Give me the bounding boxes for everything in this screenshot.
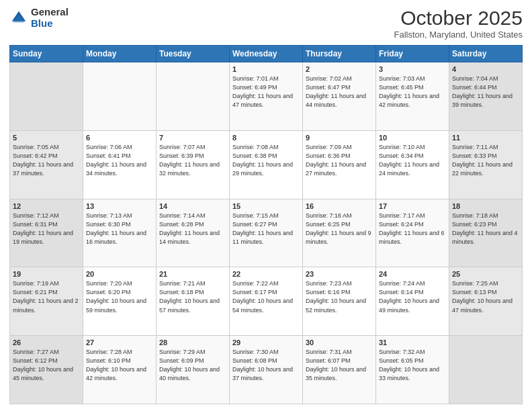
day-info: Sunrise: 7:09 AM Sunset: 6:36 PM Dayligh… <box>306 143 373 178</box>
calendar-header-row: SundayMondayTuesdayWednesdayThursdayFrid… <box>10 46 523 62</box>
day-info: Sunrise: 7:27 AM Sunset: 6:12 PM Dayligh… <box>13 348 80 383</box>
day-number: 15 <box>232 202 300 210</box>
calendar-cell <box>157 62 230 131</box>
day-number: 28 <box>159 338 226 347</box>
logo-general-text: General <box>31 7 69 18</box>
calendar-cell: 24Sunrise: 7:24 AM Sunset: 6:14 PM Dayli… <box>376 267 449 336</box>
day-info: Sunrise: 7:06 AM Sunset: 6:41 PM Dayligh… <box>86 143 153 178</box>
day-number: 10 <box>379 134 446 142</box>
calendar-cell: 29Sunrise: 7:30 AM Sunset: 6:08 PM Dayli… <box>230 336 303 404</box>
day-info: Sunrise: 7:31 AM Sunset: 6:07 PM Dayligh… <box>306 348 373 383</box>
day-number: 4 <box>452 65 519 73</box>
calendar-cell: 21Sunrise: 7:21 AM Sunset: 6:18 PM Dayli… <box>157 267 230 336</box>
calendar-cell <box>10 62 83 131</box>
calendar-week-1: 5Sunrise: 7:05 AM Sunset: 6:42 PM Daylig… <box>10 130 523 199</box>
day-info: Sunrise: 7:01 AM Sunset: 6:49 PM Dayligh… <box>232 75 300 109</box>
day-number: 5 <box>13 134 80 142</box>
day-number: 31 <box>379 338 446 347</box>
day-info: Sunrise: 7:03 AM Sunset: 6:45 PM Dayligh… <box>379 75 446 109</box>
day-number: 23 <box>306 270 373 278</box>
day-number: 8 <box>232 134 300 142</box>
day-number: 12 <box>13 202 80 210</box>
day-info: Sunrise: 7:02 AM Sunset: 6:47 PM Dayligh… <box>306 75 373 109</box>
day-info: Sunrise: 7:30 AM Sunset: 6:08 PM Dayligh… <box>232 348 300 383</box>
day-info: Sunrise: 7:23 AM Sunset: 6:16 PM Dayligh… <box>306 279 373 314</box>
day-info: Sunrise: 7:19 AM Sunset: 6:21 PM Dayligh… <box>13 279 80 314</box>
day-header-thursday: Thursday <box>303 46 376 62</box>
calendar-cell: 17Sunrise: 7:17 AM Sunset: 6:24 PM Dayli… <box>376 199 449 267</box>
day-header-friday: Friday <box>376 46 449 62</box>
day-info: Sunrise: 7:29 AM Sunset: 6:09 PM Dayligh… <box>159 348 226 383</box>
day-number: 27 <box>86 338 153 347</box>
calendar-cell: 14Sunrise: 7:14 AM Sunset: 6:28 PM Dayli… <box>157 199 230 267</box>
calendar-cell: 3Sunrise: 7:03 AM Sunset: 6:45 PM Daylig… <box>376 62 449 131</box>
calendar-cell: 13Sunrise: 7:13 AM Sunset: 6:30 PM Dayli… <box>83 199 157 267</box>
calendar-cell: 23Sunrise: 7:23 AM Sunset: 6:16 PM Dayli… <box>303 267 376 336</box>
day-number: 1 <box>232 65 300 73</box>
day-number: 2 <box>306 65 373 73</box>
day-number: 14 <box>159 202 226 210</box>
calendar-cell: 8Sunrise: 7:08 AM Sunset: 6:38 PM Daylig… <box>230 130 303 199</box>
calendar-cell: 9Sunrise: 7:09 AM Sunset: 6:36 PM Daylig… <box>303 130 376 199</box>
calendar-cell: 18Sunrise: 7:18 AM Sunset: 6:23 PM Dayli… <box>449 199 523 267</box>
day-info: Sunrise: 7:32 AM Sunset: 6:05 PM Dayligh… <box>379 348 446 383</box>
day-info: Sunrise: 7:25 AM Sunset: 6:13 PM Dayligh… <box>452 279 519 314</box>
day-info: Sunrise: 7:05 AM Sunset: 6:42 PM Dayligh… <box>13 143 80 178</box>
day-number: 24 <box>379 270 446 278</box>
logo: General Blue <box>9 7 69 29</box>
day-number: 25 <box>452 270 519 278</box>
location: Fallston, Maryland, United States <box>394 30 523 40</box>
day-info: Sunrise: 7:28 AM Sunset: 6:10 PM Dayligh… <box>86 348 153 383</box>
calendar-cell: 28Sunrise: 7:29 AM Sunset: 6:09 PM Dayli… <box>157 336 230 404</box>
calendar-cell: 22Sunrise: 7:22 AM Sunset: 6:17 PM Dayli… <box>230 267 303 336</box>
calendar-cell: 12Sunrise: 7:12 AM Sunset: 6:31 PM Dayli… <box>10 199 83 267</box>
logo-text: General Blue <box>31 7 69 29</box>
day-header-saturday: Saturday <box>449 46 523 62</box>
logo-icon <box>9 9 28 28</box>
day-number: 6 <box>86 134 153 142</box>
calendar-cell: 26Sunrise: 7:27 AM Sunset: 6:12 PM Dayli… <box>10 336 83 404</box>
header: General Blue October 2025 Fallston, Mary… <box>9 7 523 40</box>
calendar-cell: 19Sunrise: 7:19 AM Sunset: 6:21 PM Dayli… <box>10 267 83 336</box>
day-number: 26 <box>13 338 80 347</box>
day-number: 21 <box>159 270 226 278</box>
day-header-tuesday: Tuesday <box>157 46 230 62</box>
day-number: 20 <box>86 270 153 278</box>
day-header-monday: Monday <box>83 46 157 62</box>
calendar-table: SundayMondayTuesdayWednesdayThursdayFrid… <box>9 45 523 404</box>
day-info: Sunrise: 7:21 AM Sunset: 6:18 PM Dayligh… <box>159 279 226 314</box>
calendar-cell: 16Sunrise: 7:16 AM Sunset: 6:25 PM Dayli… <box>303 199 376 267</box>
day-number: 11 <box>452 134 519 142</box>
day-info: Sunrise: 7:17 AM Sunset: 6:24 PM Dayligh… <box>379 212 446 246</box>
logo-blue-text: Blue <box>31 18 69 30</box>
calendar-cell: 30Sunrise: 7:31 AM Sunset: 6:07 PM Dayli… <box>303 336 376 404</box>
day-number: 13 <box>86 202 153 210</box>
calendar-cell: 15Sunrise: 7:15 AM Sunset: 6:27 PM Dayli… <box>230 199 303 267</box>
day-header-wednesday: Wednesday <box>230 46 303 62</box>
day-info: Sunrise: 7:18 AM Sunset: 6:23 PM Dayligh… <box>452 212 519 246</box>
page: General Blue October 2025 Fallston, Mary… <box>0 0 532 411</box>
day-number: 9 <box>306 134 373 142</box>
calendar-cell: 25Sunrise: 7:25 AM Sunset: 6:13 PM Dayli… <box>449 267 523 336</box>
calendar-cell <box>449 336 523 404</box>
day-number: 30 <box>306 338 373 347</box>
calendar-cell: 20Sunrise: 7:20 AM Sunset: 6:20 PM Dayli… <box>83 267 157 336</box>
calendar-cell: 5Sunrise: 7:05 AM Sunset: 6:42 PM Daylig… <box>10 130 83 199</box>
calendar-week-0: 1Sunrise: 7:01 AM Sunset: 6:49 PM Daylig… <box>10 62 523 131</box>
calendar-cell: 10Sunrise: 7:10 AM Sunset: 6:34 PM Dayli… <box>376 130 449 199</box>
day-number: 18 <box>452 202 519 210</box>
calendar-cell: 4Sunrise: 7:04 AM Sunset: 6:44 PM Daylig… <box>449 62 523 131</box>
day-info: Sunrise: 7:22 AM Sunset: 6:17 PM Dayligh… <box>232 279 300 314</box>
day-number: 29 <box>232 338 300 347</box>
title-area: October 2025 Fallston, Maryland, United … <box>394 7 523 40</box>
day-info: Sunrise: 7:16 AM Sunset: 6:25 PM Dayligh… <box>306 212 373 246</box>
calendar-cell: 2Sunrise: 7:02 AM Sunset: 6:47 PM Daylig… <box>303 62 376 131</box>
day-info: Sunrise: 7:14 AM Sunset: 6:28 PM Dayligh… <box>159 212 226 246</box>
day-info: Sunrise: 7:10 AM Sunset: 6:34 PM Dayligh… <box>379 143 446 178</box>
day-info: Sunrise: 7:24 AM Sunset: 6:14 PM Dayligh… <box>379 279 446 314</box>
calendar-cell: 31Sunrise: 7:32 AM Sunset: 6:05 PM Dayli… <box>376 336 449 404</box>
calendar-cell: 1Sunrise: 7:01 AM Sunset: 6:49 PM Daylig… <box>230 62 303 131</box>
day-number: 7 <box>159 134 226 142</box>
calendar-week-2: 12Sunrise: 7:12 AM Sunset: 6:31 PM Dayli… <box>10 199 523 267</box>
day-info: Sunrise: 7:15 AM Sunset: 6:27 PM Dayligh… <box>232 212 300 246</box>
